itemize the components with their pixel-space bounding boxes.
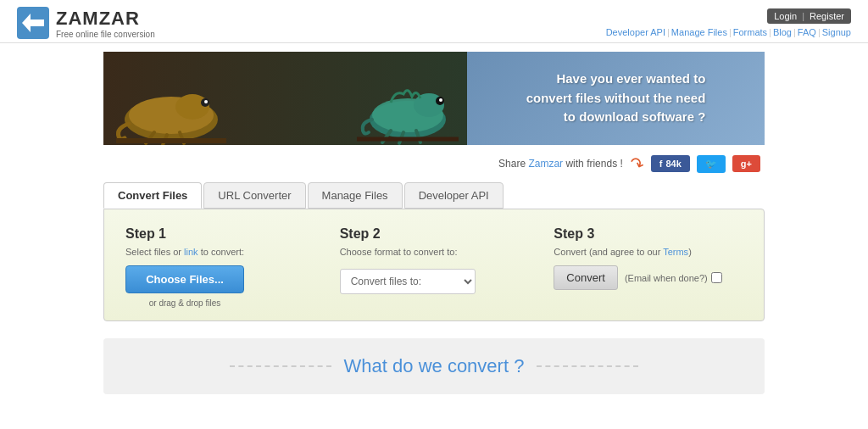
logo-subtitle: Free online file conversion [56, 30, 155, 39]
hero-banner: Have you ever wanted to convert files wi… [103, 52, 765, 145]
tab-developer-api[interactable]: Developer API [404, 182, 504, 209]
choose-files-button[interactable]: Choose Files... [125, 265, 244, 293]
hero-text-area: Have you ever wanted to convert files wi… [467, 52, 765, 145]
share-arrow-icon: ↷ [626, 152, 647, 176]
facebook-count: 84k [665, 159, 681, 169]
facebook-share-button[interactable]: f 84k [651, 155, 690, 172]
step1: Step 1 Select files or link to convert: … [125, 226, 314, 308]
auth-separator: | [802, 11, 804, 21]
login-link[interactable]: Login [774, 11, 797, 21]
facebook-icon: f [659, 159, 663, 169]
convert-question: What do we convert ? [344, 355, 525, 377]
tab-url-converter[interactable]: URL Converter [203, 182, 305, 209]
logo-area: ZAMZAR Free online file conversion [17, 7, 155, 39]
step1-desc: Select files or link to convert: [125, 247, 314, 257]
converter-box: Step 1 Select files or link to convert: … [103, 209, 765, 321]
nav-faq[interactable]: FAQ [798, 27, 816, 37]
link-to-convert[interactable]: link [184, 247, 198, 257]
bottom-section: What do we convert ? [103, 338, 765, 394]
zamzar-logo-icon [17, 7, 49, 39]
nav-links: Developer API | Manage Files | Formats |… [606, 27, 851, 37]
email-label: (Email when done?) [625, 273, 708, 283]
chameleon-right-icon [357, 64, 459, 145]
drag-drop-text: or drag & drop files [125, 298, 244, 308]
svg-point-4 [175, 94, 209, 120]
dashed-line-left [230, 365, 331, 367]
zamzar-link[interactable]: Zamzar [528, 158, 563, 170]
nav-formats[interactable]: Formats [733, 27, 767, 37]
top-auth-bar: Login | Register [767, 8, 851, 24]
hero-text: Have you ever wanted to convert files wi… [526, 70, 706, 127]
convert-button[interactable]: Convert [554, 265, 618, 290]
dashed-line-right [537, 365, 638, 367]
step3-title: Step 3 [554, 226, 743, 242]
logo-title: ZAMZAR [56, 8, 155, 30]
step3: Step 3 Convert (and agree to our Terms) … [554, 226, 743, 308]
step2: Step 2 Choose format to convert to: Conv… [340, 226, 529, 308]
svg-point-15 [439, 98, 442, 102]
tab-manage-files[interactable]: Manage Files [308, 182, 403, 209]
step1-title: Step 1 [125, 226, 314, 242]
nav-blog[interactable]: Blog [773, 27, 792, 37]
nav-developer-api[interactable]: Developer API [606, 27, 665, 37]
nav-manage-files[interactable]: Manage Files [671, 27, 727, 37]
terms-link[interactable]: Terms [663, 247, 688, 257]
tab-bar: Convert Files URL Converter Manage Files… [103, 182, 765, 209]
logo-text-area: ZAMZAR Free online file conversion [56, 8, 155, 39]
tab-convert-files[interactable]: Convert Files [103, 182, 202, 209]
gplus-icon: g+ [741, 159, 752, 169]
nav-right: Login | Register Developer API | Manage … [606, 8, 851, 37]
svg-point-6 [204, 100, 208, 103]
twitter-icon: 🐦 [705, 159, 717, 170]
hero-image [103, 52, 467, 145]
share-bar: Share Zamzar with friends ! ↷ f 84k 🐦 g+ [103, 153, 765, 174]
email-checkbox[interactable] [711, 272, 722, 283]
step2-desc: Choose format to convert to: [340, 247, 529, 257]
step2-title: Step 2 [340, 226, 529, 242]
twitter-share-button[interactable]: 🐦 [697, 155, 726, 173]
step3-desc: Convert (and agree to our Terms) [554, 247, 743, 257]
share-text: Share Zamzar with friends ! [498, 158, 623, 170]
googleplus-share-button[interactable]: g+ [732, 155, 760, 172]
chameleon-left-icon [112, 69, 231, 145]
format-select[interactable]: Convert files to: MP4 MP3 AVI PDF DOC JP… [340, 269, 476, 294]
convert-highlight: convert [448, 355, 509, 376]
converter-section: Convert Files URL Converter Manage Files… [103, 182, 765, 321]
step3-row: Convert (Email when done?) [554, 265, 743, 290]
divider-line: What do we convert ? [120, 355, 748, 377]
nav-signup[interactable]: Signup [822, 27, 851, 37]
register-link[interactable]: Register [810, 11, 844, 21]
header: ZAMZAR Free online file conversion Login… [0, 0, 868, 43]
